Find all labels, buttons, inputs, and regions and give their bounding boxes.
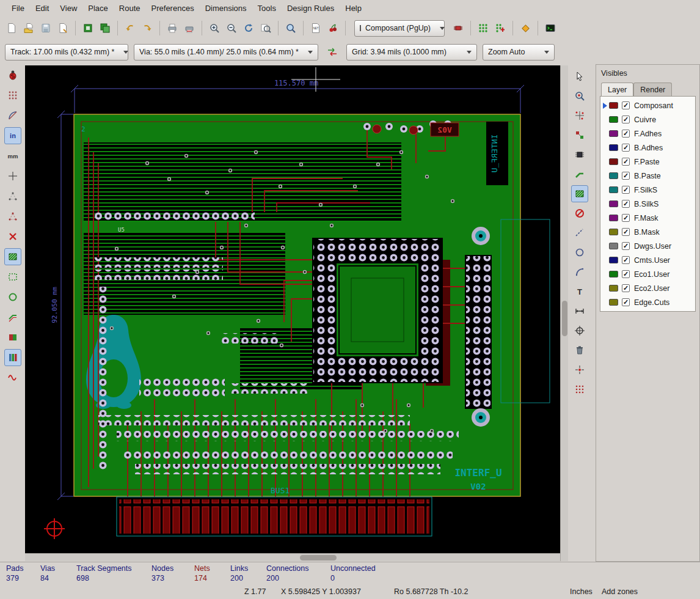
layer-row[interactable]: B.Mask (600, 225, 695, 239)
add-text-button[interactable]: T (571, 283, 588, 300)
layer-name[interactable]: F.Mask (634, 214, 658, 222)
layer-color-swatch[interactable] (609, 130, 618, 137)
layer-color-swatch[interactable] (609, 172, 618, 179)
plot-button[interactable] (181, 20, 198, 37)
menu-place[interactable]: Place (82, 2, 114, 15)
tab-layer[interactable]: Layer (601, 83, 633, 96)
layer-name[interactable]: Eco2.User (634, 284, 669, 293)
menu-route[interactable]: Route (114, 2, 146, 15)
pads-sketch-button[interactable] (4, 288, 21, 306)
footprint-mode-button[interactable] (450, 20, 467, 37)
ratsnest-module-button[interactable] (4, 208, 21, 225)
find-button[interactable] (282, 20, 299, 37)
microwave-tools-button[interactable] (4, 369, 21, 386)
track-width-selector[interactable]: Track: 17.00 mils (0.432 mm) * (5, 44, 128, 61)
layer-pair-button[interactable] (571, 127, 588, 144)
layer-row[interactable]: Eco2.User (600, 281, 695, 295)
layers-manager-toggle-button[interactable] (4, 349, 21, 366)
save-board-button[interactable] (37, 20, 54, 37)
module-editor-button[interactable] (79, 20, 97, 37)
layer-row[interactable]: F.Adhes (600, 127, 695, 141)
layer-row[interactable]: Composant (600, 98, 695, 112)
layer-visibility-checkbox[interactable] (622, 284, 630, 292)
layer-color-swatch[interactable] (609, 200, 618, 207)
layer-visibility-checkbox[interactable] (622, 270, 630, 278)
layer-name[interactable]: F.SilkS (634, 186, 657, 194)
scripting-console-button[interactable] (542, 20, 559, 37)
layer-name[interactable]: Cuivre (634, 116, 656, 124)
add-graphic-arc-button[interactable] (571, 263, 588, 281)
grid-size-selector[interactable]: Grid: 3.94 mils (0.1000 mm) (346, 44, 477, 61)
layer-row[interactable]: Cmts.User (600, 253, 695, 267)
freeroute-button[interactable] (517, 20, 534, 37)
layer-visibility-checkbox[interactable] (622, 242, 630, 250)
layer-row[interactable]: Dwgs.User (600, 239, 695, 253)
ratsnest-full-button[interactable] (4, 188, 21, 205)
new-board-button[interactable] (3, 20, 20, 37)
undo-button[interactable] (122, 20, 139, 37)
zoom-fit-button[interactable] (257, 20, 274, 37)
delete-items-button[interactable] (571, 342, 588, 359)
menu-help[interactable]: Help (340, 2, 367, 15)
layer-row[interactable]: F.Mask (600, 211, 695, 225)
vertical-scrollbar[interactable] (560, 65, 568, 561)
redraw-button[interactable] (240, 20, 257, 37)
select-tool-button[interactable] (571, 68, 588, 85)
layer-color-swatch[interactable] (609, 102, 618, 109)
layer-name[interactable]: B.SilkS (634, 200, 658, 208)
layer-name[interactable]: Eco1.User (634, 270, 669, 279)
layer-visibility-checkbox[interactable] (622, 298, 630, 306)
zoom-in-button[interactable] (206, 20, 223, 37)
layer-visibility-checkbox[interactable] (622, 130, 630, 138)
auto-track-width-button[interactable] (324, 43, 341, 61)
library-browser-button[interactable] (97, 20, 114, 37)
print-button[interactable] (164, 20, 181, 37)
layer-row[interactable]: B.Adhes (600, 141, 695, 155)
layer-visibility-checkbox[interactable] (622, 256, 630, 264)
layer-name[interactable]: B.Mask (634, 228, 660, 237)
layer-color-swatch[interactable] (609, 158, 618, 165)
zones-show-button[interactable] (4, 248, 21, 265)
add-graphic-line-button[interactable] (571, 224, 588, 241)
grid-visibility-button[interactable] (4, 87, 21, 104)
high-contrast-button[interactable] (4, 329, 21, 346)
layer-name[interactable]: Edge.Cuts (634, 298, 669, 307)
layer-row[interactable]: Edge.Cuts (600, 295, 695, 309)
menu-file[interactable]: File (6, 2, 30, 15)
horizontal-scrollbar[interactable] (25, 553, 560, 561)
horizontal-scrollbar-thumb[interactable] (300, 555, 337, 560)
layer-visibility-checkbox[interactable] (622, 101, 630, 109)
menu-design-rules[interactable]: Design Rules (282, 2, 340, 15)
local-ratsnest-button[interactable] (571, 107, 588, 124)
menu-dimensions[interactable]: Dimensions (200, 2, 252, 15)
zoom-selector[interactable]: Zoom Auto (483, 44, 555, 61)
layer-visibility-checkbox[interactable] (622, 200, 630, 208)
layer-color-swatch[interactable] (609, 257, 618, 263)
netlist-button[interactable]: NET (307, 20, 324, 37)
add-target-button[interactable] (571, 322, 588, 339)
layer-row[interactable]: Eco1.User (600, 267, 695, 281)
layer-row[interactable]: F.SilkS (600, 183, 695, 197)
layer-visibility-checkbox[interactable] (622, 186, 630, 194)
polar-coordinates-button[interactable] (4, 107, 21, 124)
layer-name[interactable]: Cmts.User (634, 256, 670, 265)
layer-visibility-checkbox[interactable] (622, 228, 630, 236)
highlight-net-button[interactable] (571, 87, 588, 105)
autoplace-mode-button[interactable] (492, 20, 509, 37)
layer-color-swatch[interactable] (609, 285, 618, 292)
grid-origin-button[interactable] (571, 381, 588, 398)
vertical-scrollbar-thumb[interactable] (562, 301, 567, 336)
add-graphic-circle-button[interactable] (571, 244, 588, 261)
layer-color-swatch[interactable] (609, 229, 618, 235)
add-tracks-button[interactable] (571, 166, 588, 183)
track-autodelete-button[interactable] (4, 228, 21, 245)
add-footprint-button[interactable] (571, 146, 588, 163)
tab-render[interactable]: Render (633, 83, 672, 96)
pcb-canvas[interactable]: INTERF_U V02 INTERF_U V02 BUS1 U5 2 115.… (25, 65, 560, 553)
layer-color-swatch[interactable] (609, 186, 618, 193)
drc-button[interactable] (324, 20, 341, 37)
menu-view[interactable]: View (54, 2, 82, 15)
layer-color-swatch[interactable] (609, 243, 618, 249)
zones-outline-button[interactable] (4, 268, 21, 285)
layer-row[interactable]: Cuivre (600, 112, 695, 127)
